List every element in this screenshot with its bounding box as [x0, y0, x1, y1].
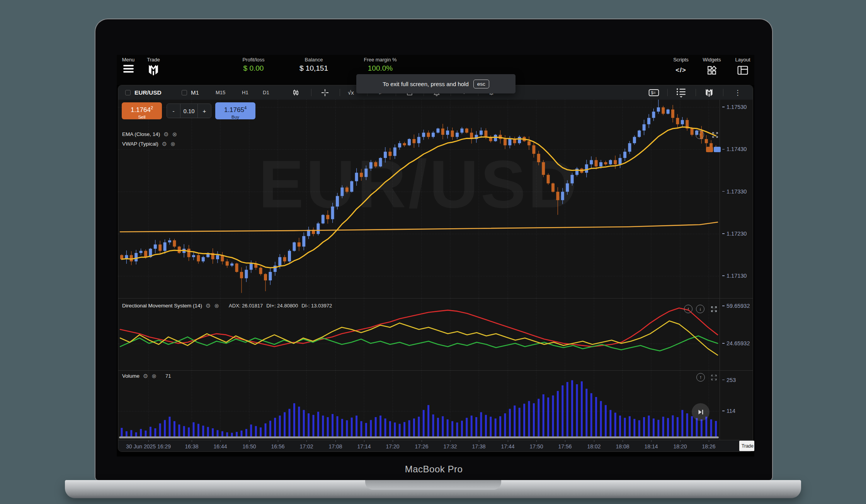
time-tick-label: 17:20 — [386, 443, 399, 450]
scripts-button[interactable]: Scripts </> — [665, 57, 696, 77]
volume-stepper: - 0.10 + — [167, 104, 211, 118]
chart-body[interactable]: EUR/USD 1.175301.174301.173301.172301.17… — [118, 100, 753, 440]
time-tick-label: 16:50 — [242, 443, 256, 450]
dms-label: Directional Movement System (14) — [122, 303, 202, 309]
time-tick-mark — [278, 440, 278, 442]
time-tick-mark — [220, 440, 221, 442]
time-tick-label: 17:56 — [558, 443, 572, 450]
dms-pane[interactable] — [118, 299, 720, 370]
timeframe-current[interactable]: M1 — [191, 85, 199, 100]
time-tick-label: 18:14 — [644, 443, 658, 450]
time-tick-label: 17:32 — [443, 443, 457, 450]
dms-pane-expand-icon[interactable] — [711, 306, 717, 312]
dms-tick-label: 24.65932 — [722, 340, 750, 346]
stat-balance: Balance $ 10,151 — [291, 57, 337, 73]
time-tick-mark — [422, 440, 422, 442]
buy-price-pip: 4 — [244, 105, 247, 110]
volume-current-value: 71 — [165, 373, 171, 379]
symbol-label[interactable]: EUR/USD — [134, 85, 162, 100]
volume-pane-move-up-icon[interactable]: ↑ — [696, 373, 705, 382]
ema-remove-icon[interactable]: ⊗ — [172, 131, 177, 137]
chart-widget: EUR/USD M1 M15 H1 D1 — [118, 85, 753, 452]
screen: Menu Trade Profit/loss — [117, 55, 754, 456]
trade-corner-button[interactable]: Trade — [739, 441, 754, 451]
order-ticket-icon[interactable]: $= — [648, 85, 659, 100]
chart-type-icon[interactable] — [292, 85, 300, 100]
price-pane-expand-icon[interactable] — [712, 132, 718, 138]
time-tick-label: 18:26 — [702, 443, 715, 450]
more-menu-icon[interactable]: ⋮ — [734, 85, 741, 100]
layout-button[interactable]: Layout — [727, 57, 758, 77]
crosshair-icon[interactable] — [321, 85, 329, 100]
pane-separator[interactable] — [118, 298, 753, 299]
time-tick-mark — [651, 440, 652, 442]
match-trader-logo-icon — [143, 64, 164, 76]
time-tick-mark — [508, 440, 508, 442]
symbol-checkbox[interactable] — [125, 85, 131, 100]
volume-pane[interactable] — [118, 371, 720, 438]
price-axis[interactable]: 1.175301.174301.173301.172301.1713059.65… — [720, 100, 753, 440]
stat-free-margin: Free margin % 100.0% — [353, 57, 407, 73]
price-pane[interactable] — [118, 100, 720, 298]
widgets-icon — [696, 64, 727, 77]
time-tick-label: 17:26 — [415, 443, 428, 450]
ema-settings-icon[interactable]: ⚙ — [163, 131, 168, 137]
time-axis[interactable]: 30 Jun 2025 16:2916:3816:4416:5016:5617:… — [118, 440, 753, 452]
balance-value: $ 10,151 — [291, 64, 337, 73]
sell-price-pip: 2 — [151, 105, 153, 110]
vwap-indicator-row: VWAP (Typical) ⚙ ⊗ — [122, 141, 175, 147]
dms-di-plus-value: DI+: 24.80800 — [266, 303, 298, 309]
timeframe-d1[interactable]: D1 — [263, 85, 269, 100]
profit-loss-label: Profit/loss — [230, 57, 277, 63]
menu-label: Menu — [119, 57, 138, 63]
time-tick-mark — [192, 440, 192, 442]
timeframe-h1[interactable]: H1 — [242, 85, 248, 100]
time-tick-label: 17:44 — [501, 443, 514, 450]
time-tick-label: 17:14 — [357, 443, 371, 450]
platform-logo-icon[interactable] — [705, 85, 713, 100]
menu-button[interactable]: Menu — [119, 57, 138, 74]
vwap-remove-icon[interactable]: ⊗ — [170, 141, 175, 147]
vwap-settings-icon[interactable]: ⚙ — [162, 141, 167, 147]
time-tick-mark — [479, 440, 479, 442]
volume-pane-expand-icon[interactable] — [711, 374, 717, 381]
sell-button[interactable]: 1.17642 Sell — [122, 102, 162, 119]
volume-settings-icon[interactable]: ⚙ — [143, 373, 148, 379]
timeframe-checkbox[interactable] — [182, 85, 187, 100]
dms-settings-icon[interactable]: ⚙ — [206, 303, 211, 309]
trade-logo-button[interactable]: Trade — [143, 57, 164, 76]
buy-price: 1.1765 — [224, 106, 244, 114]
pane-separator[interactable] — [118, 370, 753, 371]
time-tick-mark — [306, 440, 307, 442]
trade-label: Trade — [143, 57, 164, 63]
macbook-base — [65, 480, 801, 498]
time-tick-mark — [450, 440, 451, 442]
dms-adx-value: ADX: 26.01817 — [229, 303, 263, 309]
buy-button[interactable]: 1.17654 Buy — [215, 102, 255, 119]
macbook-lid: Menu Trade Profit/loss — [95, 19, 773, 481]
widgets-label: Widgets — [696, 57, 727, 63]
dms-remove-icon[interactable]: ⊗ — [214, 303, 219, 309]
price-pane-move-up-icon[interactable]: ↑ — [696, 131, 704, 139]
dms-pane-move-up-icon[interactable]: ↑ — [684, 305, 692, 313]
stepper-plus-button[interactable]: + — [198, 104, 211, 118]
price-tick-label: 1.17330 — [722, 188, 747, 195]
vwap-label: VWAP (Typical) — [122, 141, 158, 147]
horizontal-scrollbar[interactable] — [119, 436, 719, 438]
watchlist-icon[interactable] — [676, 85, 686, 100]
timeframe-m15[interactable]: M15 — [216, 85, 225, 100]
widgets-button[interactable]: Widgets — [696, 57, 727, 77]
stage: Menu Trade Profit/loss — [0, 0, 866, 504]
formula-icon[interactable]: √x — [348, 85, 354, 100]
go-to-latest-button[interactable] — [692, 403, 709, 421]
volume-tick-label: 253 — [722, 377, 736, 383]
volume-remove-icon[interactable]: ⊗ — [151, 373, 157, 379]
layout-icon — [727, 64, 758, 77]
dms-pane-move-down-icon[interactable]: ↓ — [696, 305, 704, 313]
time-tick-label: 17:38 — [472, 443, 485, 450]
time-tick-label: 18:08 — [616, 443, 629, 450]
time-tick-mark — [335, 440, 336, 442]
stepper-minus-button[interactable]: - — [167, 104, 180, 118]
price-tick-label: 1.17530 — [722, 104, 747, 110]
stepper-value[interactable]: 0.10 — [180, 104, 197, 118]
